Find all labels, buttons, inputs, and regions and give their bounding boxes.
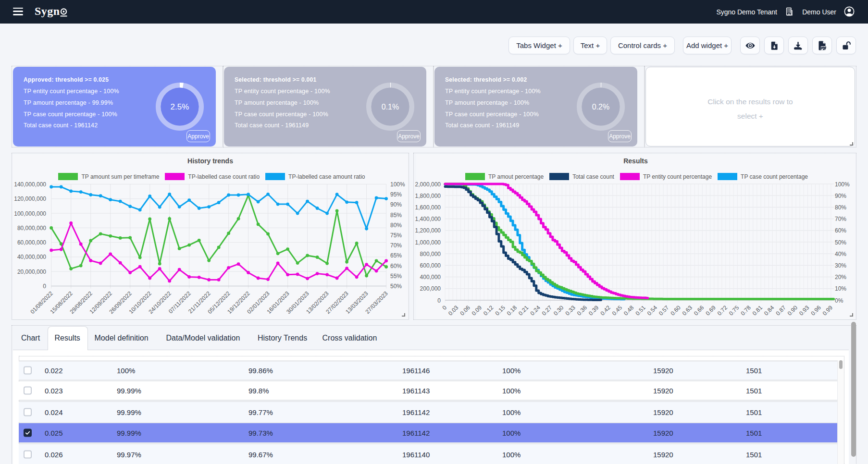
svg-text:60%: 60% bbox=[835, 227, 846, 234]
svg-text:0.84: 0.84 bbox=[763, 304, 776, 317]
svg-text:0.42: 0.42 bbox=[599, 304, 612, 317]
svg-text:0.90: 0.90 bbox=[786, 304, 799, 317]
svg-text:0.48: 0.48 bbox=[622, 304, 635, 317]
svg-text:85%: 85% bbox=[390, 212, 402, 219]
svg-text:100,000,000: 100,000,000 bbox=[14, 210, 46, 217]
svg-text:0.1%: 0.1% bbox=[382, 103, 399, 111]
svg-text:40,000,000: 40,000,000 bbox=[17, 254, 46, 260]
svg-text:40%: 40% bbox=[835, 251, 846, 257]
svg-text:0.15: 0.15 bbox=[494, 304, 507, 317]
svg-text:0.93: 0.93 bbox=[798, 304, 811, 317]
svg-text:80%: 80% bbox=[835, 204, 846, 211]
svg-text:0: 0 bbox=[441, 304, 448, 311]
svg-text:60,000,000: 60,000,000 bbox=[17, 239, 46, 246]
svg-text:1,200,000: 1,200,000 bbox=[415, 227, 441, 234]
svg-text:0.66: 0.66 bbox=[693, 304, 706, 317]
svg-text:0.06: 0.06 bbox=[459, 304, 471, 317]
svg-text:95%: 95% bbox=[390, 191, 402, 198]
svg-text:50%: 50% bbox=[390, 283, 402, 290]
svg-text:1,400,000: 1,400,000 bbox=[415, 216, 441, 222]
svg-text:50%: 50% bbox=[835, 239, 846, 246]
svg-text:0.99: 0.99 bbox=[821, 304, 834, 317]
svg-text:0.36: 0.36 bbox=[576, 304, 589, 317]
svg-text:10%: 10% bbox=[835, 285, 846, 292]
svg-text:70%: 70% bbox=[390, 242, 402, 249]
svg-text:1,600,000: 1,600,000 bbox=[415, 204, 441, 211]
svg-text:0.72: 0.72 bbox=[716, 304, 729, 317]
svg-text:65%: 65% bbox=[390, 252, 402, 259]
svg-text:0.96: 0.96 bbox=[809, 304, 822, 317]
svg-text:0.12: 0.12 bbox=[482, 304, 495, 317]
svg-text:0.30: 0.30 bbox=[552, 304, 565, 317]
svg-text:0.87: 0.87 bbox=[774, 304, 787, 317]
svg-text:120,000,000: 120,000,000 bbox=[14, 195, 46, 202]
svg-text:400,000: 400,000 bbox=[420, 274, 441, 281]
svg-text:80,000,000: 80,000,000 bbox=[17, 225, 46, 232]
svg-text:0.60: 0.60 bbox=[669, 304, 682, 317]
svg-text:2.5%: 2.5% bbox=[170, 102, 189, 111]
svg-text:0.78: 0.78 bbox=[739, 304, 752, 317]
svg-text:20%: 20% bbox=[835, 274, 846, 281]
svg-text:0: 0 bbox=[43, 283, 46, 290]
svg-text:55%: 55% bbox=[390, 273, 402, 280]
svg-text:0.03: 0.03 bbox=[447, 304, 460, 317]
svg-text:75%: 75% bbox=[390, 232, 402, 239]
svg-text:0%: 0% bbox=[835, 297, 843, 304]
svg-text:0.33: 0.33 bbox=[564, 304, 577, 317]
svg-text:0.81: 0.81 bbox=[751, 304, 764, 317]
svg-text:0.27: 0.27 bbox=[541, 304, 554, 317]
svg-text:0.18: 0.18 bbox=[506, 304, 519, 317]
svg-text:90%: 90% bbox=[835, 193, 846, 199]
svg-text:0.39: 0.39 bbox=[587, 304, 600, 317]
svg-text:1,800,000: 1,800,000 bbox=[415, 193, 441, 199]
svg-text:0.63: 0.63 bbox=[681, 304, 694, 317]
svg-text:0.21: 0.21 bbox=[517, 304, 530, 317]
svg-text:30%: 30% bbox=[835, 262, 846, 269]
svg-text:800,000: 800,000 bbox=[420, 251, 441, 257]
svg-text:80%: 80% bbox=[390, 222, 402, 229]
svg-text:0.09: 0.09 bbox=[471, 304, 484, 317]
svg-text:2,000,000: 2,000,000 bbox=[415, 181, 441, 188]
svg-text:60%: 60% bbox=[390, 263, 402, 269]
svg-text:200,000: 200,000 bbox=[420, 285, 441, 292]
svg-text:0: 0 bbox=[437, 297, 441, 304]
svg-text:100%: 100% bbox=[390, 181, 405, 188]
svg-text:0.24: 0.24 bbox=[529, 304, 542, 317]
svg-text:90%: 90% bbox=[390, 201, 402, 208]
svg-text:0.75: 0.75 bbox=[728, 304, 741, 317]
svg-text:140,000,000: 140,000,000 bbox=[14, 181, 46, 188]
svg-text:70%: 70% bbox=[835, 216, 846, 222]
svg-text:1,000,000: 1,000,000 bbox=[415, 239, 441, 246]
svg-text:0.2%: 0.2% bbox=[592, 103, 609, 111]
svg-text:100%: 100% bbox=[835, 181, 850, 188]
svg-text:600,000: 600,000 bbox=[420, 262, 441, 269]
svg-text:0.45: 0.45 bbox=[611, 304, 624, 317]
svg-text:20,000,000: 20,000,000 bbox=[17, 269, 46, 275]
svg-text:0.54: 0.54 bbox=[646, 304, 659, 317]
svg-text:0.51: 0.51 bbox=[634, 304, 647, 317]
svg-text:0.69: 0.69 bbox=[704, 304, 717, 317]
svg-text:0.57: 0.57 bbox=[657, 304, 670, 317]
